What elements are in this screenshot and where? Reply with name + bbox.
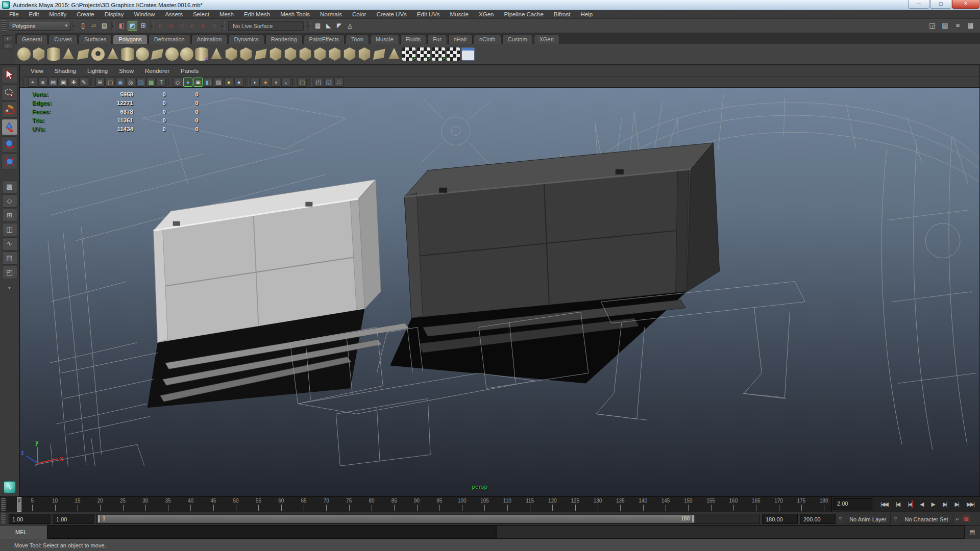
layout-hypershade-persp[interactable]: ▤ <box>2 252 17 265</box>
new-scene-icon[interactable]: ▯ <box>78 21 88 31</box>
shelf-item-uv-checker-c[interactable]: ↗ <box>432 47 445 61</box>
panel-grip[interactable] <box>1 498 6 511</box>
current-frame-marker[interactable]: 2 <box>17 497 21 512</box>
step-forward-key-button[interactable]: ▶| <box>942 500 947 509</box>
snap-grid-icon[interactable]: ∩ <box>156 21 165 31</box>
play-forwards-button[interactable]: ▶ <box>931 500 935 509</box>
panel-menu-shading[interactable]: Shading <box>49 68 82 74</box>
panel-stack-icon[interactable]: ◱ <box>324 78 333 87</box>
animation-start-field[interactable]: 1.00 <box>9 514 51 524</box>
menu-select[interactable]: Select <box>188 11 214 17</box>
shelf-item-offset-edge-loop[interactable]: | <box>343 47 356 61</box>
tool-settings-icon[interactable]: ≡ <box>952 21 964 31</box>
scale-tool[interactable] <box>2 154 18 170</box>
layout-four-view[interactable]: ⊞ <box>2 209 17 222</box>
menu-file[interactable]: File <box>4 11 24 17</box>
chevron-down-icon[interactable]: ▽ <box>893 516 898 521</box>
open-scene-icon[interactable]: ▱ <box>89 21 99 31</box>
shelf-tab-toon[interactable]: Toon <box>346 35 369 44</box>
shelf-tab-general[interactable]: General <box>16 35 47 44</box>
shelf-item-sculpt-geometry-tool[interactable]: ↘ <box>151 47 164 61</box>
group-separator-icon[interactable]: ▸ <box>150 21 154 31</box>
panel-grip[interactable] <box>1 513 6 524</box>
group-separator-icon[interactable]: ▸ <box>307 21 311 31</box>
shelf-tab-deformation[interactable]: Deformation <box>149 35 190 44</box>
motion-blur-icon[interactable]: ◑ <box>271 78 280 87</box>
wireframe-mode-icon[interactable]: ◇ <box>173 78 182 87</box>
modeling-toolkit-icon[interactable]: ◲ <box>926 21 938 31</box>
shelf-item-poly-plane[interactable] <box>77 47 90 61</box>
panel-grip[interactable] <box>1 20 6 32</box>
shelf-tab-xgen[interactable]: XGen <box>534 35 559 44</box>
range-track[interactable]: 1 180 <box>96 514 760 524</box>
snap-view-plane-icon[interactable]: ∩ <box>199 21 208 31</box>
menu-muscle[interactable]: Muscle <box>445 11 474 17</box>
shelf-item-combine[interactable]: [ <box>225 47 238 61</box>
layout-more-arrow[interactable]: ▾ <box>8 285 11 290</box>
render-settings-icon[interactable]: ◬ <box>345 21 355 31</box>
depth-of-field-icon[interactable]: ◒ <box>281 78 290 87</box>
shelf-item-poly-smooth-sphere[interactable] <box>165 47 179 61</box>
shelf-menu-button[interactable]: ▾ <box>3 35 12 41</box>
menu-mesh-tools[interactable]: Mesh Tools <box>275 11 315 17</box>
playback-end-field[interactable]: 180.00 <box>762 514 798 524</box>
snap-point-icon[interactable]: ∩ <box>177 21 187 31</box>
shelf-item-insert-edge-loop[interactable]: | <box>328 47 341 61</box>
shelf-item-poly-uv-sphere[interactable] <box>180 47 193 61</box>
shelf-tab-dynamics[interactable]: Dynamics <box>229 35 264 44</box>
layout-persp-outliner[interactable]: ◫ <box>2 223 17 236</box>
command-line-language-label[interactable]: MEL <box>0 525 47 539</box>
open-render-view-icon[interactable]: ▦ <box>313 21 323 31</box>
range-end-handle[interactable] <box>692 515 695 523</box>
select-hierarchy-icon[interactable]: ◧ <box>117 21 127 31</box>
shelf-item-paint-transfer[interactable]: ● <box>195 47 208 61</box>
menu-assets[interactable]: Assets <box>160 11 188 17</box>
shelf-item-poly-torus[interactable] <box>91 47 105 61</box>
shelf-tab-curves[interactable]: Curves <box>48 35 78 44</box>
shelf-item-poly-cylinder[interactable] <box>47 47 60 61</box>
safe-action-icon[interactable]: ▩ <box>146 78 156 87</box>
playback-range-bar[interactable]: 1 180 <box>97 515 695 523</box>
attribute-editor-icon[interactable]: ▤ <box>939 21 951 31</box>
layout-persp-graph[interactable]: ∿ <box>2 237 17 251</box>
ambient-occlusion-icon[interactable]: ● <box>261 78 270 87</box>
shelf-tab-nhair[interactable]: nHair <box>448 35 473 44</box>
maya-viewcube-icon[interactable]: ∿ <box>4 481 16 493</box>
panel-menu-renderer[interactable]: Renderer <box>139 68 175 74</box>
time-slider-track[interactable]: 2 51015202530354045505560657075808590951… <box>7 497 831 512</box>
select-tool[interactable] <box>2 67 18 83</box>
film-gate-icon[interactable]: ▢ <box>106 78 115 87</box>
step-forward-frame-button[interactable]: ▶| <box>954 500 959 509</box>
command-line-input[interactable] <box>47 525 496 539</box>
shelf-tab-rendering[interactable]: Rendering <box>265 35 303 44</box>
gate-mask-icon[interactable]: ◎ <box>126 78 135 87</box>
shelf-item-append-polygon[interactable] <box>373 47 386 61</box>
select-component-icon[interactable]: ⊞ <box>138 21 148 31</box>
shelf-item-poly-pipe[interactable] <box>121 47 134 61</box>
shelf-tab-polygons[interactable]: Polygons <box>113 35 147 44</box>
render-current-frame-icon[interactable]: ◣ <box>324 21 333 31</box>
shelf-tab-muscle[interactable]: Muscle <box>370 35 399 44</box>
grease-pencil-icon[interactable]: ✎ <box>79 78 88 87</box>
current-time-field[interactable]: 2.00 <box>834 498 872 510</box>
shelf-tab-ncloth[interactable]: nCloth <box>474 35 501 44</box>
shelf-tab-fur[interactable]: Fur <box>427 35 447 44</box>
shelf-item-uv-checker-b[interactable]: ↗ <box>417 47 430 61</box>
shelf-item-uv-grid[interactable] <box>447 47 460 61</box>
shelf-item-boolean[interactable] <box>299 47 312 61</box>
minimize-button[interactable]: — <box>908 0 929 9</box>
shelf-tab-surfaces[interactable]: Surfaces <box>79 35 112 44</box>
shelf-item-uv-checker-a[interactable]: ↗ <box>402 47 415 61</box>
menu-mesh[interactable]: Mesh <box>214 11 239 17</box>
share-node-icon[interactable]: ∴ <box>334 78 344 87</box>
panel-menu-lighting[interactable]: Lighting <box>82 68 113 74</box>
menu-set-dropdown[interactable]: Polygons ▼ <box>9 21 71 31</box>
shelf-item-poly-cube[interactable] <box>32 47 45 61</box>
go-to-end-button[interactable]: ▶▶| <box>966 500 974 509</box>
menu-window[interactable]: Window <box>129 11 160 17</box>
shelf-item-poly-prism[interactable] <box>210 47 223 61</box>
channel-box-icon[interactable]: ▦ <box>965 21 976 31</box>
shadows-icon[interactable]: ◐ <box>251 78 260 87</box>
maximize-button[interactable]: ▢ <box>930 0 951 9</box>
shelf-item-multi-cut[interactable]: ╱ <box>358 47 371 61</box>
